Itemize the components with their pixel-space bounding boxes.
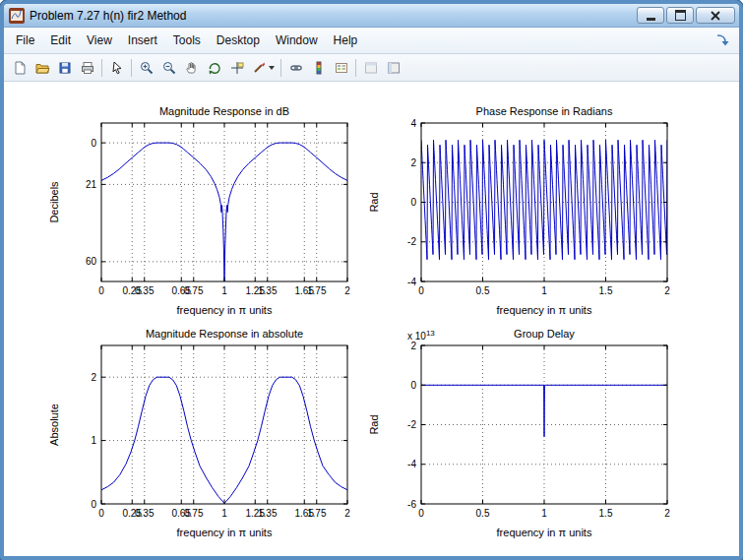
print-button[interactable]	[76, 57, 98, 79]
toolbar-separator	[131, 59, 132, 77]
save-button[interactable]	[53, 57, 76, 79]
new-figure-button[interactable]	[8, 57, 31, 79]
brush-data-button[interactable]	[248, 57, 278, 79]
zoom-in-icon	[139, 60, 155, 76]
phase-subplot[interactable]: 00.511.52-4-2024Phase Response in Radian…	[362, 101, 689, 338]
svg-text:0: 0	[98, 285, 104, 296]
insert-colorbar-button[interactable]	[307, 57, 330, 79]
phase-chart: 00.511.52-4-2024Phase Response in Radian…	[362, 101, 689, 338]
svg-text:-6: -6	[407, 499, 416, 510]
window-controls	[637, 7, 735, 24]
data-cursor-icon	[229, 60, 245, 76]
chart-title: Magnitude Response in dB	[159, 105, 289, 117]
magnitude-db-chart: 00.250.350.650.7511.251.351.651.75202160…	[42, 101, 369, 338]
save-icon	[57, 60, 73, 76]
open-file-button[interactable]	[31, 57, 53, 79]
close-button[interactable]	[696, 7, 735, 24]
show-plot-tools-icon	[386, 60, 402, 76]
svg-text:4: 4	[410, 118, 416, 129]
svg-text:0: 0	[410, 197, 416, 208]
svg-text:21: 21	[86, 179, 97, 190]
magnitude-abs-chart: 00.250.350.650.7511.251.351.651.752012Ma…	[42, 324, 369, 556]
svg-text:1.75: 1.75	[307, 508, 327, 519]
link-plot-icon	[288, 60, 304, 76]
print-icon	[80, 60, 95, 76]
matlab-figure-window: Problem 7.27 h(n) fir2 Method File Edit …	[0, 0, 743, 560]
chart-title: Group Delay	[514, 328, 575, 340]
pan-button[interactable]	[180, 57, 203, 79]
hide-plot-tools-icon	[363, 60, 379, 76]
figure-canvas: 00.250.350.650.7511.251.351.651.75202160…	[4, 82, 739, 556]
svg-text:-4: -4	[407, 277, 416, 287]
svg-text:0: 0	[418, 508, 424, 519]
menu-view[interactable]: View	[79, 30, 120, 51]
svg-text:2: 2	[344, 508, 350, 519]
toolbar-separator	[101, 59, 102, 77]
insert-colorbar-icon	[311, 60, 327, 76]
matlab-figure-icon	[9, 8, 25, 24]
svg-text:1.35: 1.35	[258, 285, 278, 296]
y-axis-label: Absolute	[48, 404, 60, 446]
svg-text:0: 0	[410, 380, 416, 391]
svg-text:0.5: 0.5	[476, 285, 490, 296]
open-file-icon	[34, 60, 50, 76]
toolbar-separator	[355, 59, 356, 77]
maximize-button[interactable]	[666, 7, 694, 24]
group-delay-chart: 00.511.5220-2-4-6Group Delayfrequency in…	[362, 324, 689, 556]
svg-text:1.35: 1.35	[258, 508, 278, 519]
show-plot-tools-button[interactable]	[382, 57, 404, 79]
svg-text:2: 2	[410, 341, 416, 351]
svg-text:-4: -4	[407, 459, 416, 469]
hide-plot-tools-button[interactable]	[359, 57, 382, 79]
pan-hand-icon	[184, 60, 200, 76]
svg-text:1: 1	[91, 435, 96, 446]
group-delay-subplot[interactable]: 00.511.5220-2-4-6Group Delayfrequency in…	[362, 324, 689, 556]
maximize-icon	[675, 10, 686, 21]
insert-legend-button[interactable]	[330, 57, 352, 79]
svg-text:1: 1	[221, 508, 227, 519]
link-plot-button[interactable]	[284, 57, 307, 79]
menu-edit[interactable]: Edit	[42, 30, 79, 51]
y-axis-label: Decibels	[48, 181, 60, 223]
axis-exponent-label: x 1013	[407, 329, 435, 342]
svg-text:1: 1	[541, 285, 547, 296]
x-axis-label: frequency in π units	[497, 304, 592, 316]
menu-tools[interactable]: Tools	[165, 30, 209, 51]
zoom-out-button[interactable]	[157, 57, 180, 79]
zoom-in-button[interactable]	[135, 57, 157, 79]
magnitude-abs-subplot[interactable]: 00.250.350.650.7511.251.351.651.752012Ma…	[42, 324, 369, 556]
menu-window[interactable]: Window	[268, 30, 326, 51]
titlebar[interactable]: Problem 7.27 h(n) fir2 Method	[4, 4, 739, 28]
minimize-button[interactable]	[637, 7, 664, 24]
menu-file[interactable]: File	[8, 30, 42, 51]
svg-text:0.75: 0.75	[184, 285, 204, 296]
edit-plot-button[interactable]	[105, 57, 128, 79]
dock-figure-icon[interactable]	[715, 32, 731, 48]
rotate-3d-button[interactable]	[203, 57, 225, 79]
menu-help[interactable]: Help	[326, 30, 366, 51]
svg-text:1.75: 1.75	[307, 285, 327, 296]
svg-text:0: 0	[98, 508, 104, 519]
new-figure-icon	[12, 60, 28, 76]
svg-text:-2: -2	[407, 236, 416, 247]
rotate-3d-icon	[207, 60, 222, 76]
svg-text:60: 60	[86, 256, 97, 267]
menu-bar: File Edit View Insert Tools Desktop Wind…	[4, 28, 739, 54]
brush-icon	[251, 60, 267, 76]
svg-text:-2: -2	[407, 419, 416, 430]
y-axis-label: Rad	[368, 414, 380, 434]
svg-text:2: 2	[664, 508, 670, 519]
magnitude-db-subplot[interactable]: 00.250.350.650.7511.251.351.651.75202160…	[42, 101, 369, 338]
svg-text:1.5: 1.5	[599, 285, 613, 296]
data-cursor-button[interactable]	[225, 57, 248, 79]
figure-toolbar	[4, 54, 739, 82]
chart-title: Phase Response in Radians	[476, 105, 613, 117]
svg-text:0: 0	[418, 285, 424, 296]
menu-insert[interactable]: Insert	[120, 30, 165, 51]
y-axis-label: Rad	[368, 192, 380, 212]
svg-text:0.35: 0.35	[135, 285, 155, 296]
svg-text:0.35: 0.35	[135, 508, 155, 519]
window-title: Problem 7.27 h(n) fir2 Method	[30, 9, 186, 23]
menu-desktop[interactable]: Desktop	[209, 30, 268, 51]
x-axis-label: frequency in π units	[177, 304, 273, 316]
